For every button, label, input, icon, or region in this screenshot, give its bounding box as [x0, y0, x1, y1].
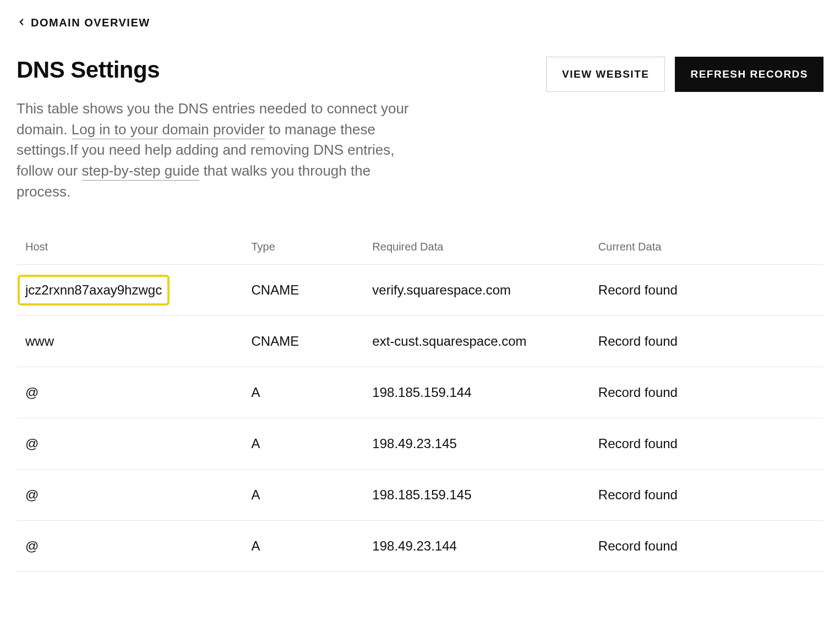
cell-host: jcz2rxnn87axay9hzwgc	[17, 265, 242, 316]
table-header-host: Host	[17, 230, 242, 265]
table-row: wwwCNAMEext-cust.squarespace.comRecord f…	[17, 316, 823, 367]
cell-host: @	[17, 418, 242, 470]
cell-current-data: Record found	[590, 470, 823, 521]
table-row: jcz2rxnn87axay9hzwgcCNAMEverify.squaresp…	[17, 265, 823, 316]
cell-current-data: Record found	[590, 521, 823, 572]
header-actions: VIEW WEBSITE REFRESH RECORDS	[546, 57, 823, 92]
domain-provider-link[interactable]: Log in to your domain provider	[72, 121, 265, 139]
cell-current-data: Record found	[590, 265, 823, 316]
table-header-type: Type	[242, 230, 363, 265]
cell-required-data: 198.49.23.144	[363, 521, 589, 572]
step-by-step-guide-link[interactable]: step-by-step guide	[82, 162, 200, 181]
cell-required-data: 198.185.159.144	[363, 367, 589, 418]
breadcrumb-back[interactable]: DOMAIN OVERVIEW	[17, 17, 823, 29]
cell-type: A	[242, 470, 363, 521]
cell-required-data: verify.squarespace.com	[363, 265, 589, 316]
table-row: @A198.49.23.145Record found	[17, 418, 823, 470]
cell-current-data: Record found	[590, 367, 823, 418]
view-website-button[interactable]: VIEW WEBSITE	[546, 57, 665, 92]
table-row: @A198.185.159.144Record found	[17, 367, 823, 418]
cell-type: A	[242, 418, 363, 470]
cell-required-data: 198.185.159.145	[363, 470, 589, 521]
page-description: This table shows you the DNS entries nee…	[17, 99, 413, 202]
cell-required-data: ext-cust.squarespace.com	[363, 316, 589, 367]
cell-type: CNAME	[242, 265, 363, 316]
cell-type: A	[242, 367, 363, 418]
cell-current-data: Record found	[590, 418, 823, 470]
refresh-records-button[interactable]: REFRESH RECORDS	[675, 57, 823, 92]
page-title: DNS Settings	[17, 57, 160, 83]
cell-required-data: 198.49.23.145	[363, 418, 589, 470]
cell-host: www	[17, 316, 242, 367]
table-header-current-data: Current Data	[590, 230, 823, 265]
table-row: @A198.49.23.144Record found	[17, 521, 823, 572]
cell-type: A	[242, 521, 363, 572]
table-row: @A198.185.159.145Record found	[17, 470, 823, 521]
highlighted-host: jcz2rxnn87axay9hzwgc	[18, 275, 170, 306]
dns-records-table: Host Type Required Data Current Data jcz…	[17, 230, 823, 572]
cell-host: @	[17, 470, 242, 521]
cell-current-data: Record found	[590, 316, 823, 367]
cell-host: @	[17, 367, 242, 418]
table-header-required-data: Required Data	[363, 230, 589, 265]
cell-type: CNAME	[242, 316, 363, 367]
cell-host: @	[17, 521, 242, 572]
chevron-left-icon	[17, 17, 26, 29]
breadcrumb-label: DOMAIN OVERVIEW	[31, 17, 150, 29]
